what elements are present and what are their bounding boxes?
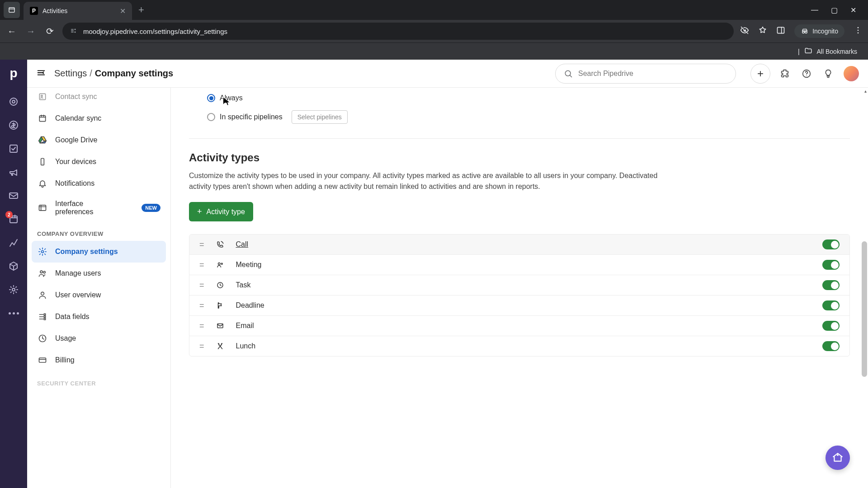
- nav-rail: p 2: [0, 60, 27, 488]
- breadcrumb-parent[interactable]: Settings: [54, 68, 87, 79]
- sidebar-item-manage-users[interactable]: Manage users: [32, 263, 166, 284]
- activity-type-row[interactable]: = Lunch: [189, 336, 849, 356]
- drag-handle-icon[interactable]: =: [199, 240, 204, 249]
- incognito-pill[interactable]: Incognito: [794, 24, 844, 38]
- sidebar-item-google-drive[interactable]: Google Drive: [32, 129, 166, 151]
- maximize-icon[interactable]: ▢: [831, 6, 838, 14]
- sidebar-item-usage[interactable]: Usage: [32, 328, 166, 349]
- toggle-switch[interactable]: [822, 300, 840, 310]
- close-window-icon[interactable]: ✕: [850, 6, 856, 14]
- activity-type-label[interactable]: Task: [236, 281, 251, 289]
- rail-campaigns-icon[interactable]: [8, 166, 19, 178]
- svg-point-18: [806, 75, 807, 75]
- activity-type-label[interactable]: Meeting: [236, 261, 262, 269]
- toggle-switch[interactable]: [822, 341, 840, 351]
- svg-rect-12: [10, 145, 17, 152]
- activity-type-row[interactable]: = Meeting: [189, 254, 849, 275]
- activity-type-row[interactable]: = Deadline: [189, 295, 849, 315]
- radio-icon[interactable]: [207, 113, 215, 121]
- drag-handle-icon[interactable]: =: [199, 321, 204, 331]
- sidebar-toggle-icon[interactable]: [36, 68, 46, 80]
- svg-rect-21: [39, 116, 45, 122]
- reload-button[interactable]: ⟳: [43, 26, 56, 37]
- back-button[interactable]: ←: [5, 26, 18, 37]
- sidebar-item-billing[interactable]: Billing: [32, 349, 166, 371]
- extensions-icon[interactable]: [778, 67, 791, 80]
- scrollbar[interactable]: ▴: [861, 88, 868, 488]
- rail-badge: 2: [5, 211, 13, 218]
- avatar[interactable]: [844, 66, 859, 81]
- drag-handle-icon[interactable]: =: [199, 301, 204, 310]
- eye-off-icon[interactable]: [740, 26, 749, 37]
- svg-point-35: [221, 263, 222, 264]
- all-bookmarks-link[interactable]: All Bookmarks: [817, 48, 857, 55]
- svg-point-34: [218, 263, 220, 265]
- activity-type-row[interactable]: = Email: [189, 315, 849, 336]
- scroll-up-icon[interactable]: ▴: [864, 89, 867, 94]
- sidebar-item-notifications[interactable]: Notifications: [32, 173, 166, 194]
- scroll-thumb[interactable]: [862, 241, 867, 377]
- sidebar-item-your-devices[interactable]: Your devices: [32, 151, 166, 173]
- activity-type-label[interactable]: Deadline: [236, 301, 264, 310]
- quick-add-button[interactable]: +: [750, 64, 770, 84]
- svg-point-27: [43, 271, 45, 273]
- browser-tab[interactable]: P Activities ✕: [24, 2, 132, 20]
- activity-type-row[interactable]: = Call: [189, 235, 849, 254]
- window-menu-icon[interactable]: [4, 2, 20, 18]
- help-fab[interactable]: [826, 446, 850, 470]
- url-input[interactable]: moodjoy.pipedrive.com/settings/activity_…: [62, 23, 734, 40]
- incognito-icon: [801, 27, 809, 35]
- sidebar-item-user-overview[interactable]: User overview: [32, 284, 166, 306]
- new-tab-button[interactable]: +: [136, 4, 147, 16]
- rail-calendar-icon[interactable]: 2: [8, 213, 19, 225]
- rail-mail-icon[interactable]: [8, 190, 19, 202]
- sidebar-item-company-settings[interactable]: Company settings: [32, 241, 166, 263]
- toggle-switch[interactable]: [822, 260, 840, 270]
- activity-type-label[interactable]: Call: [236, 240, 249, 249]
- browser-menu-icon[interactable]: [854, 26, 863, 37]
- bulb-icon[interactable]: [822, 67, 835, 80]
- rail-products-icon[interactable]: [8, 260, 19, 272]
- drag-handle-icon[interactable]: =: [199, 260, 204, 270]
- sidebar-item-data-fields[interactable]: Data fields: [32, 306, 166, 328]
- radio-always[interactable]: Always: [207, 92, 850, 104]
- rail-more-icon[interactable]: [8, 307, 19, 319]
- radio-specific[interactable]: In specific pipelines Select pipelines: [207, 108, 850, 126]
- search-box[interactable]: [555, 64, 736, 84]
- rail-insights-icon[interactable]: [8, 237, 19, 249]
- rail-target-icon[interactable]: [8, 96, 19, 108]
- select-pipelines-button[interactable]: Select pipelines: [292, 110, 348, 124]
- phone-icon: [215, 240, 225, 249]
- people-icon: [215, 261, 225, 269]
- rail-deals-icon[interactable]: [8, 119, 19, 131]
- divider: [189, 138, 850, 139]
- forward-button[interactable]: →: [24, 26, 37, 37]
- panel-icon[interactable]: [776, 26, 785, 37]
- rail-marketplace-icon[interactable]: [8, 284, 19, 296]
- search-input[interactable]: [578, 70, 727, 78]
- sidebar-item-calendar-sync[interactable]: Calendar sync: [32, 108, 166, 129]
- toggle-switch[interactable]: [822, 321, 840, 331]
- toggle-switch[interactable]: [822, 239, 840, 249]
- drag-handle-icon[interactable]: =: [199, 281, 204, 290]
- add-activity-type-button[interactable]: + Activity type: [189, 202, 253, 221]
- logo[interactable]: p: [9, 66, 17, 80]
- mail-icon: [215, 322, 225, 330]
- activity-type-label[interactable]: Lunch: [236, 342, 256, 350]
- rail-activities-icon[interactable]: [8, 143, 19, 155]
- tab-close-icon[interactable]: ✕: [120, 7, 126, 15]
- folder-icon: [804, 47, 812, 56]
- bookmark-star-icon[interactable]: [758, 26, 767, 37]
- minimize-icon[interactable]: —: [811, 6, 818, 14]
- radio-icon[interactable]: [207, 94, 215, 102]
- site-settings-icon[interactable]: [70, 27, 78, 36]
- drag-handle-icon[interactable]: =: [199, 342, 204, 351]
- activity-type-row[interactable]: = Task: [189, 275, 849, 295]
- sidebar-item-interface-preferences[interactable]: Interface preferences NEW: [32, 194, 166, 221]
- sidebar-item-contact-sync[interactable]: Contact sync: [32, 88, 166, 108]
- svg-rect-0: [9, 8, 14, 13]
- toggle-switch[interactable]: [822, 280, 840, 290]
- help-icon[interactable]: [800, 67, 813, 80]
- activity-type-list: = Call = Meeting: [189, 234, 850, 357]
- activity-type-label[interactable]: Email: [236, 322, 254, 330]
